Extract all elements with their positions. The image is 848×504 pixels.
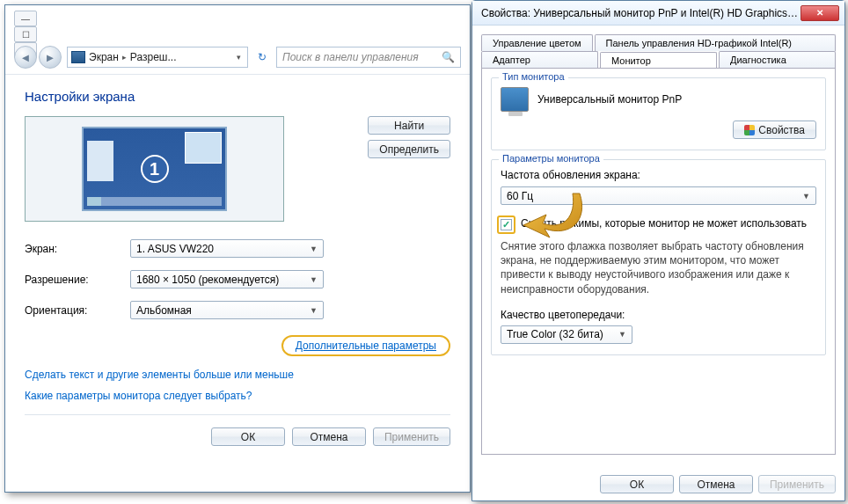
color-quality-select[interactable]: True Color (32 бита) ▼	[501, 325, 632, 344]
taskbar-thumb	[87, 197, 222, 206]
chevron-down-icon: ▼	[310, 275, 318, 284]
breadcrumb-seg2[interactable]: Разреш...	[130, 51, 177, 63]
minimize-button[interactable]: —	[14, 11, 37, 26]
tab-intel-hd[interactable]: Панель управления HD-графикой Intel(R)	[595, 34, 836, 51]
monitor-params-group: Параметры монитора Частота обновления эк…	[491, 159, 826, 355]
search-icon: 🔍	[442, 51, 455, 63]
refresh-button[interactable]: ↻	[253, 51, 271, 63]
monitor-properties-window: Свойства: Универсальный монитор PnP и In…	[472, 0, 845, 501]
chevron-right-icon: ▸	[122, 53, 127, 62]
chevron-down-icon: ▼	[618, 330, 626, 339]
wallpaper-thumb	[87, 141, 113, 181]
cancel-button[interactable]: Отмена	[292, 427, 366, 446]
advanced-settings-link[interactable]: Дополнительные параметры	[281, 335, 450, 356]
monitor-help-link[interactable]: Какие параметры монитора следует выбрать…	[25, 390, 450, 402]
orientation-value: Альбомная	[136, 304, 192, 317]
monitor-number: 1	[141, 155, 169, 183]
refresh-rate-select[interactable]: 60 Гц ▼	[501, 186, 816, 205]
monitor-name: Универсальный монитор PnP	[537, 93, 682, 106]
hide-modes-note: Снятие этого флажка позволяет выбрать ча…	[501, 239, 816, 296]
chevron-down-icon: ▼	[310, 306, 318, 315]
window-title: Свойства: Универсальный монитор PnP и In…	[478, 7, 800, 19]
window-thumb	[185, 132, 222, 164]
text-size-link[interactable]: Сделать текст и другие элементы больше и…	[25, 369, 450, 381]
page-title: Настройки экрана	[25, 89, 450, 104]
monitor-preview[interactable]: 1	[25, 116, 284, 222]
checkbox-highlight: ✓	[497, 215, 515, 234]
search-placeholder: Поиск в панели управления	[282, 51, 419, 63]
detect-button[interactable]: Найти	[368, 116, 450, 135]
ok-button[interactable]: ОК	[600, 475, 674, 493]
group-title: Параметры монитора	[499, 153, 603, 164]
apply-button[interactable]: Применить	[373, 427, 450, 446]
chevron-down-icon: ▼	[802, 192, 810, 201]
uac-shield-icon	[744, 125, 755, 135]
screen-value: 1. ASUS VW220	[136, 243, 214, 255]
orientation-select[interactable]: Альбомная ▼	[130, 301, 324, 319]
chevron-down-icon: ▼	[310, 245, 318, 253]
hide-modes-checkbox[interactable]: ✓	[501, 219, 512, 230]
resolution-select[interactable]: 1680 × 1050 (рекомендуется) ▼	[130, 270, 324, 289]
monitor-icon	[501, 87, 529, 112]
screen-select[interactable]: 1. ASUS VW220 ▼	[130, 239, 324, 258]
screen-label: Экран:	[25, 243, 130, 255]
titlebar: Свойства: Универсальный монитор PnP и In…	[472, 1, 844, 26]
window-controls: — ☐ ✕	[5, 5, 470, 40]
tab-color-management[interactable]: Управление цветом	[481, 34, 593, 51]
group-title: Тип монитора	[499, 71, 568, 82]
close-button[interactable]: ✕	[800, 5, 839, 21]
properties-label: Свойства	[758, 124, 805, 136]
apply-button[interactable]: Применить	[758, 475, 836, 493]
color-quality-value: True Color (32 бита)	[507, 328, 603, 340]
tab-monitor[interactable]: Монитор	[600, 52, 717, 69]
color-quality-label: Качество цветопередачи:	[501, 309, 816, 321]
breadcrumb-seg1[interactable]: Экран	[89, 51, 119, 63]
chevron-down-icon[interactable]: ▾	[234, 53, 244, 62]
refresh-rate-value: 60 Гц	[507, 190, 533, 202]
tab-adapter[interactable]: Адаптер	[481, 51, 598, 68]
monitor-icon	[71, 51, 85, 63]
identify-button[interactable]: Определить	[368, 140, 450, 158]
monitor-1[interactable]: 1	[82, 127, 227, 211]
back-button[interactable]: ◄	[14, 46, 37, 69]
refresh-rate-label: Частота обновления экрана:	[501, 169, 816, 181]
ok-button[interactable]: ОК	[211, 427, 285, 446]
resolution-value: 1680 × 1050 (рекомендуется)	[136, 274, 279, 286]
display-settings-window: — ☐ ✕ ◄ ► Экран ▸ Разреш... ▾ ↻ Поиск в …	[4, 4, 471, 493]
orientation-label: Ориентация:	[25, 304, 130, 317]
tab-diagnostics[interactable]: Диагностика	[719, 51, 836, 68]
forward-button[interactable]: ►	[39, 46, 62, 69]
explorer-toolbar: ◄ ► Экран ▸ Разреш... ▾ ↻ Поиск в панели…	[5, 40, 470, 75]
tab-panel: Тип монитора Универсальный монитор PnP С…	[481, 68, 836, 455]
resolution-label: Разрешение:	[25, 274, 130, 286]
address-bar[interactable]: Экран ▸ Разреш... ▾	[67, 47, 248, 68]
search-input[interactable]: Поиск в панели управления 🔍	[276, 47, 461, 68]
properties-button[interactable]: Свойства	[733, 121, 816, 139]
monitor-type-group: Тип монитора Универсальный монитор PnP С…	[491, 77, 826, 150]
cancel-button[interactable]: Отмена	[679, 475, 753, 493]
hide-modes-label: Скрыть режимы, которые монитор не может …	[521, 217, 807, 230]
